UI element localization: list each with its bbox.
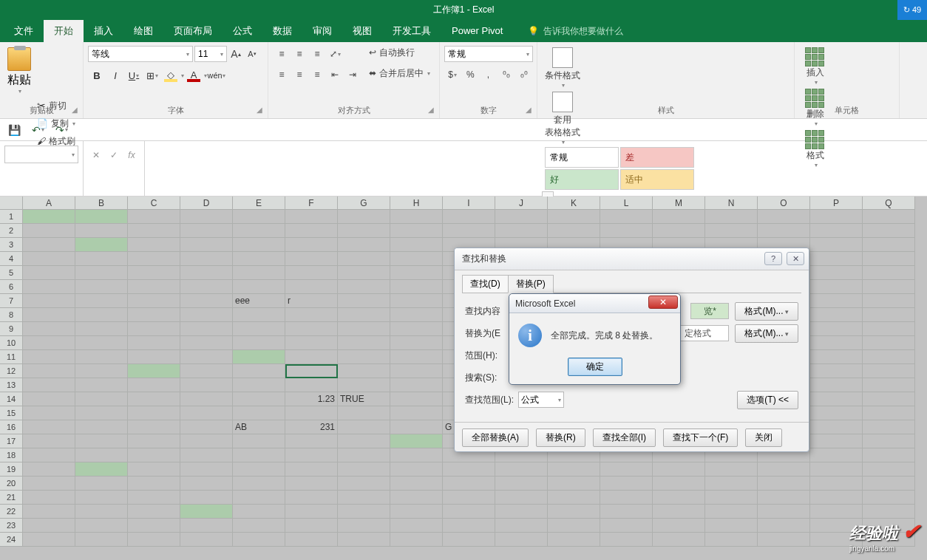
- menu-home[interactable]: 开始: [44, 20, 84, 42]
- indent-dec-button[interactable]: ⇤: [326, 66, 344, 83]
- cell[interactable]: [863, 392, 915, 406]
- cell[interactable]: [285, 280, 338, 294]
- cell[interactable]: [810, 322, 863, 336]
- cell[interactable]: [338, 308, 390, 322]
- cell[interactable]: [810, 294, 863, 308]
- cell[interactable]: [705, 505, 758, 519]
- cell[interactable]: [285, 210, 338, 224]
- font-size-select[interactable]: 11▾: [194, 46, 227, 62]
- cell[interactable]: [233, 406, 285, 420]
- cell[interactable]: [180, 448, 233, 462]
- cell[interactable]: [128, 477, 180, 491]
- cell[interactable]: [233, 364, 285, 378]
- cell[interactable]: TRUE: [338, 392, 390, 406]
- col-header[interactable]: M: [653, 197, 705, 210]
- cell[interactable]: [863, 420, 915, 434]
- close-icon[interactable]: ✕: [787, 252, 804, 265]
- cell[interactable]: [863, 280, 915, 294]
- cell[interactable]: [180, 322, 233, 336]
- wrap-text-button[interactable]: ↩自动换行: [366, 44, 433, 61]
- replace-button[interactable]: 替换(R): [536, 428, 585, 447]
- format-as-table-button[interactable]: 套用 表格格式▾: [542, 89, 583, 146]
- dialog-title-bar[interactable]: 查找和替换 ? ✕: [455, 248, 809, 270]
- cell[interactable]: [180, 252, 233, 266]
- cell[interactable]: [23, 434, 75, 448]
- cell[interactable]: [338, 406, 390, 420]
- cell[interactable]: [600, 533, 653, 547]
- cell[interactable]: [600, 505, 653, 519]
- format-cells-button[interactable]: 格式▾: [799, 127, 832, 168]
- row-header[interactable]: 8: [0, 308, 23, 322]
- cell[interactable]: [810, 364, 863, 378]
- row-header[interactable]: 14: [0, 392, 23, 406]
- cell[interactable]: [338, 477, 390, 491]
- cell[interactable]: [233, 462, 285, 477]
- cell[interactable]: [390, 350, 443, 364]
- close-icon[interactable]: ✕: [648, 296, 678, 309]
- cell[interactable]: [863, 378, 915, 392]
- style-neutral[interactable]: 适中: [620, 169, 694, 190]
- format-painter-button[interactable]: 🖌格式刷: [37, 133, 78, 149]
- cell[interactable]: [653, 519, 705, 533]
- cell[interactable]: [390, 336, 443, 350]
- cell[interactable]: [285, 224, 338, 238]
- cell[interactable]: [705, 519, 758, 533]
- cell[interactable]: [23, 533, 75, 547]
- cell[interactable]: [285, 477, 338, 491]
- cell[interactable]: [285, 322, 338, 336]
- tab-find[interactable]: 查找(D): [462, 275, 509, 293]
- cell[interactable]: [338, 266, 390, 280]
- cell[interactable]: [705, 533, 758, 547]
- cell[interactable]: [233, 434, 285, 448]
- col-header[interactable]: D: [180, 197, 233, 210]
- cell[interactable]: [338, 350, 390, 364]
- cell[interactable]: [810, 434, 863, 448]
- row-header[interactable]: 23: [0, 519, 23, 533]
- cell[interactable]: [390, 406, 443, 420]
- row-header[interactable]: 19: [0, 462, 23, 477]
- cell[interactable]: [23, 210, 75, 224]
- cell[interactable]: [495, 477, 548, 491]
- border-button[interactable]: ⊞▾: [143, 66, 161, 84]
- cell[interactable]: [128, 364, 180, 378]
- cell[interactable]: [75, 406, 128, 420]
- cell[interactable]: [758, 505, 810, 519]
- row-header[interactable]: 6: [0, 280, 23, 294]
- cell[interactable]: [285, 252, 338, 266]
- copy-button[interactable]: 📄复制▾: [37, 115, 78, 132]
- cell[interactable]: [390, 434, 443, 448]
- cell[interactable]: [338, 252, 390, 266]
- cell[interactable]: [23, 477, 75, 491]
- cell[interactable]: [180, 406, 233, 420]
- cell[interactable]: 1.23: [285, 392, 338, 406]
- cell[interactable]: [128, 266, 180, 280]
- cell[interactable]: [128, 462, 180, 477]
- cell[interactable]: [600, 491, 653, 505]
- cell[interactable]: [338, 491, 390, 505]
- align-left-button[interactable]: ≡: [273, 66, 291, 83]
- cell[interactable]: [810, 350, 863, 364]
- cell[interactable]: [75, 238, 128, 252]
- cell[interactable]: [233, 448, 285, 462]
- cell[interactable]: [863, 210, 915, 224]
- cell[interactable]: [128, 294, 180, 308]
- cell[interactable]: [863, 322, 915, 336]
- cell[interactable]: [390, 280, 443, 294]
- cell[interactable]: [128, 252, 180, 266]
- cell[interactable]: [233, 350, 285, 364]
- cell[interactable]: [23, 294, 75, 308]
- cell[interactable]: 231: [285, 420, 338, 434]
- row-header[interactable]: 18: [0, 448, 23, 462]
- align-right-button[interactable]: ≡: [308, 66, 326, 83]
- cell[interactable]: [653, 224, 705, 238]
- cell[interactable]: [75, 434, 128, 448]
- cell[interactable]: [23, 420, 75, 434]
- tell-me[interactable]: 💡 告诉我你想要做什么: [528, 25, 623, 38]
- confirm-icon[interactable]: ✓: [107, 148, 120, 162]
- select-all-corner[interactable]: [0, 197, 23, 210]
- row-header[interactable]: 3: [0, 238, 23, 252]
- replace-all-button[interactable]: 全部替换(A): [462, 428, 529, 447]
- cell[interactable]: [180, 224, 233, 238]
- cell[interactable]: [128, 308, 180, 322]
- cell[interactable]: [495, 462, 548, 477]
